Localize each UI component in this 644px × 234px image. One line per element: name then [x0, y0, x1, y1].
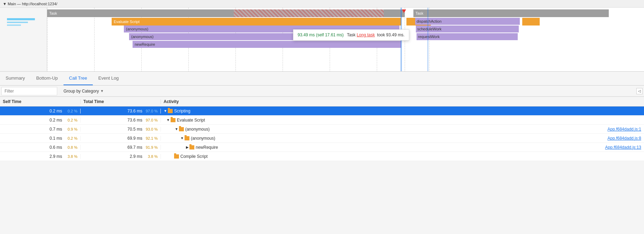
table-row[interactable]: 0.1 ms 0.2 % 69.9 ms 92.1 % ▼ (anonymous…	[0, 134, 644, 143]
expand-icon-4[interactable]: ▶	[186, 145, 189, 149]
evaluate-script-label: Evaluate Script	[114, 20, 140, 24]
self-pct-4: 0.8 %	[63, 145, 77, 149]
source-link-4[interactable]: App.f684dadd.js:13	[605, 145, 641, 150]
self-time-0: 0.2 ms	[46, 109, 62, 114]
request-work-label: requestWork	[418, 35, 440, 39]
red-triangle	[402, 9, 406, 13]
schedule-work-label: scheduleWork	[417, 27, 442, 31]
self-time-5: 2.9 ms	[46, 154, 62, 159]
call-tree-table: Self Time Total Time Activity 0.2 ms 0.2…	[0, 97, 644, 161]
cell-total-2: 70.5 ms 93.0 %	[80, 127, 160, 132]
filter-input[interactable]	[1, 87, 57, 95]
total-pct-3: 92.1 %	[144, 136, 158, 140]
evaluate-script-bar[interactable]: Evaluate Script	[112, 18, 401, 25]
self-time-2: 0.7 ms	[46, 127, 62, 132]
total-pct-1: 97.0 %	[144, 118, 158, 122]
cell-total-3: 69.9 ms 92.1 %	[80, 136, 160, 141]
cell-activity-0: ▼ Scripting	[160, 109, 644, 114]
tooltip-suffix: took 93.49 ms.	[377, 32, 405, 37]
expand-icon-2[interactable]: ▼	[175, 127, 178, 131]
folder-icon-5	[174, 154, 179, 159]
self-pct-2: 0.9 %	[63, 127, 77, 131]
tabs-bar: Summary Bottom-Up Call Tree Event Log	[0, 72, 644, 86]
self-time-1: 0.2 ms	[46, 118, 62, 123]
activity-label-5: Compile Script	[180, 154, 208, 159]
timeline-selection-2	[427, 8, 428, 72]
cell-self-4: 0.6 ms 0.8 %	[0, 145, 80, 150]
anon-label-2: (anonymous)	[131, 35, 153, 39]
main-header-title: ▼ Main — http://localhost:1234/	[3, 2, 57, 6]
expand-icon-3[interactable]: ▼	[180, 136, 184, 140]
table-row[interactable]: 0.2 ms 0.2 % 73.6 ms 97.0 % ▼ Evaluate S…	[0, 116, 644, 125]
timeline-tracks: Task Evaluate Script (anonymous) (anonym…	[0, 8, 644, 72]
total-time-3: 69.9 ms	[127, 136, 142, 141]
folder-icon-3	[185, 136, 189, 140]
activity-label-2: (anonymous)	[185, 127, 210, 132]
source-link-2[interactable]: App.f684dadd.js:1	[607, 127, 641, 132]
collapse-button[interactable]: ◁	[636, 88, 643, 94]
activity-label-0: Scripting	[174, 109, 190, 114]
task-bar-right-label: Task	[415, 11, 424, 15]
total-time-0: 73.6 ms	[127, 109, 142, 114]
cell-activity-1: ▼ Evaluate Script	[160, 118, 644, 123]
group-by-dropdown[interactable]: Group by Category ▼	[60, 88, 107, 95]
mini-bar-2	[7, 22, 28, 23]
folder-icon-0	[168, 109, 173, 113]
dispatch-action-label: dispatchAction	[417, 19, 442, 23]
right-eval-bar	[522, 18, 540, 25]
vline-2	[94, 8, 95, 72]
col-header-activity: Activity	[160, 99, 644, 104]
mini-bar-1	[7, 18, 35, 20]
tooltip-long-task[interactable]: Long task	[357, 32, 375, 37]
cell-total-4: 69.7 ms 91.9 %	[80, 145, 160, 150]
expand-icon-0[interactable]: ▼	[164, 109, 167, 113]
schedule-work-bar[interactable]: scheduleWork	[416, 25, 519, 32]
activity-label-1: Evaluate Script	[177, 118, 205, 123]
self-pct-3: 0.2 %	[63, 136, 77, 140]
col-header-total-time: Total Time	[80, 99, 160, 104]
tab-event-log[interactable]: Event Log	[93, 71, 125, 85]
folder-icon-1	[171, 118, 175, 122]
tooltip-prefix: Task	[347, 32, 355, 37]
total-time-4: 69.7 ms	[127, 145, 142, 150]
table-row[interactable]: 0.6 ms 0.8 % 69.7 ms 91.9 % ▶ newRequire…	[0, 143, 644, 152]
mini-bar-3	[7, 24, 21, 26]
source-link-3[interactable]: App.f684dadd.js:8	[607, 136, 641, 141]
left-gutter	[0, 8, 47, 72]
cell-total-5: 2.9 ms 3.8 %	[80, 154, 160, 159]
table-row[interactable]: 0.7 ms 0.9 % 70.5 ms 93.0 % ▼ (anonymous…	[0, 125, 644, 134]
tooltip-time: 93.49 ms (self 17.61 ms)	[298, 32, 344, 37]
dispatch-action-bar[interactable]: dispatchAction	[415, 18, 520, 25]
cell-self-0: 0.2 ms 0.2 %	[0, 109, 80, 114]
cell-total-0: 73.6 ms 97.0 %	[80, 109, 160, 114]
cell-activity-4: ▶ newRequire App.f684dadd.js:13	[160, 145, 644, 150]
folder-icon-2	[179, 127, 184, 131]
tab-call-tree[interactable]: Call Tree	[63, 71, 93, 85]
dropdown-arrow-icon: ▼	[100, 89, 104, 93]
self-time-4: 0.6 ms	[46, 145, 62, 150]
tab-summary[interactable]: Summary	[0, 71, 31, 85]
tab-bottom-up[interactable]: Bottom-Up	[31, 71, 63, 85]
vline-1	[47, 8, 47, 72]
cell-self-2: 0.7 ms 0.9 %	[0, 127, 80, 132]
self-pct-0: 0.2 %	[63, 109, 77, 113]
table-row[interactable]: 0.2 ms 0.2 % 73.6 ms 97.0 % ▼ Scripting	[0, 107, 644, 116]
request-work-bar[interactable]: requestWork	[417, 33, 518, 40]
timeline-area: ▼ Main — http://localhost:1234/ Task Eva…	[0, 0, 644, 72]
group-by-label: Group by Category	[63, 89, 99, 94]
activity-label-4: newRequire	[196, 145, 218, 150]
newrequire-bar[interactable]: newRequire	[133, 41, 401, 48]
total-pct-0: 97.0 %	[144, 109, 158, 113]
main-header: ▼ Main — http://localhost:1234/	[0, 0, 644, 8]
cell-activity-5: Compile Script	[160, 154, 644, 159]
total-time-5: 2.9 ms	[127, 154, 142, 159]
task-bar-right[interactable]: Task	[413, 9, 609, 17]
table-row[interactable]: 2.9 ms 3.8 % 2.9 ms 3.8 % Compile Script	[0, 152, 644, 161]
self-pct-5: 3.8 %	[63, 154, 77, 159]
cell-self-3: 0.1 ms 0.2 %	[0, 136, 80, 141]
total-time-2: 70.5 ms	[127, 127, 142, 132]
total-pct-4: 91.9 %	[144, 145, 158, 149]
expand-icon-1[interactable]: ▼	[166, 118, 170, 122]
self-pct-1: 0.2 %	[63, 118, 77, 122]
anon-label-1: (anonymous)	[126, 27, 148, 31]
